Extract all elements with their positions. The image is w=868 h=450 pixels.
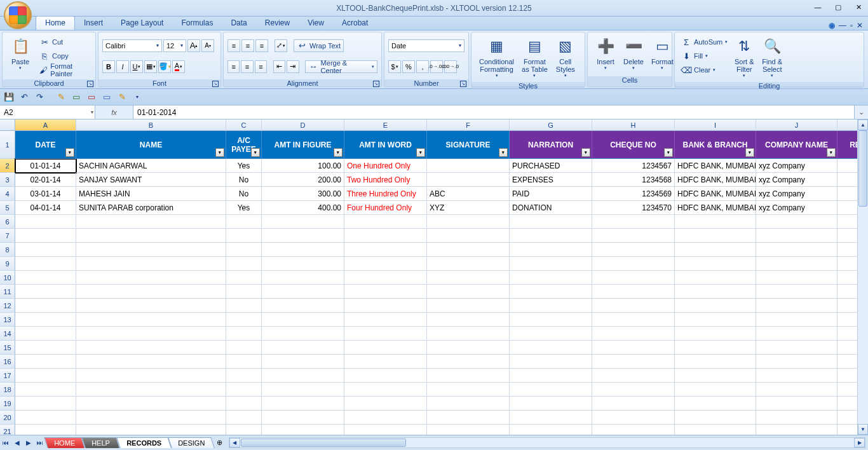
cell[interactable] [262,285,344,299]
sort-filter-button[interactable]: ⇅Sort & Filter▾ [730,35,758,79]
sheet-tab-help[interactable]: HELP [81,437,119,448]
horizontal-scrollbar[interactable]: ◀ ▶ [229,437,865,448]
cell[interactable] [262,229,344,243]
cell[interactable] [756,425,837,435]
cell[interactable] [226,313,262,327]
cell[interactable] [427,215,510,229]
tab-data[interactable]: Data [222,17,255,30]
qat-custom2[interactable]: ▭ [70,91,83,104]
column-header[interactable]: I [675,119,756,131]
cell[interactable] [76,383,226,397]
find-select-button[interactable]: 🔍Find & Select▾ [758,35,786,79]
cell[interactable] [427,383,510,397]
cell[interactable] [675,313,756,327]
filter-button[interactable]: ▾ [745,148,754,157]
maximize-button[interactable]: ▢ [831,1,845,13]
cell[interactable] [344,369,427,383]
cell[interactable] [262,271,344,285]
cell[interactable] [262,257,344,271]
increase-indent-button[interactable]: ⇥ [287,60,299,73]
row-header[interactable]: 7 [0,229,15,243]
cell[interactable] [756,299,837,313]
cell[interactable] [675,215,756,229]
align-center-button[interactable]: ≡ [241,60,253,73]
cell[interactable]: xyz Company [756,173,837,187]
filter-button[interactable]: ▾ [499,148,508,157]
cell[interactable] [756,355,837,369]
cell[interactable]: Yes [226,201,262,215]
cell[interactable] [510,271,592,285]
cell[interactable] [344,257,427,271]
table-header[interactable]: NAME▾ [76,131,226,159]
cell[interactable] [592,397,675,411]
cell[interactable] [592,341,675,355]
cell[interactable] [262,313,344,327]
cell[interactable]: HDFC BANK, MUMBAI [675,187,756,201]
row-header[interactable]: 10 [0,271,15,285]
decrease-indent-button[interactable]: ⇤ [273,60,285,73]
table-header[interactable]: A/C PAYEE▾ [226,131,262,159]
cell[interactable]: Two Hundred Only [344,173,427,187]
cell[interactable] [592,215,675,229]
row-header[interactable]: 14 [0,327,15,341]
cell[interactable] [76,327,226,341]
row-header[interactable]: 8 [0,243,15,257]
cell[interactable]: One Hundred Only [344,159,427,173]
font-color-button[interactable]: A [172,60,185,73]
cell[interactable] [226,341,262,355]
cell[interactable] [262,397,344,411]
cell[interactable] [510,229,592,243]
clear-button[interactable]: ⌫Clear▾ [679,64,730,76]
scroll-right-button[interactable]: ▶ [854,438,865,447]
filter-button[interactable]: ▾ [65,148,74,157]
cell[interactable] [344,285,427,299]
cell[interactable] [344,243,427,257]
cell[interactable] [427,299,510,313]
row-header[interactable]: 4 [0,187,15,201]
cell[interactable] [226,369,262,383]
decrease-decimal-button[interactable]: .00→.0 [444,60,457,73]
cell[interactable] [427,369,510,383]
cell[interactable] [510,411,592,425]
cell[interactable] [226,215,262,229]
filter-button[interactable]: ▾ [215,148,224,157]
cell[interactable] [76,313,226,327]
cell[interactable] [76,425,226,435]
comma-button[interactable]: , [416,60,429,73]
cell[interactable] [675,285,756,299]
cell[interactable] [226,271,262,285]
cell[interactable] [344,271,427,285]
cell[interactable] [262,369,344,383]
format-cells-button[interactable]: ▭Format▾ [648,35,677,72]
cell[interactable] [427,313,510,327]
cell[interactable] [592,299,675,313]
column-header[interactable]: F [427,119,510,131]
cell[interactable] [510,341,592,355]
cell[interactable] [592,271,675,285]
expand-formula-button[interactable]: ⌄ [854,106,868,119]
cell[interactable] [226,257,262,271]
cell[interactable]: HDFC BANK, MUMBAI [675,201,756,215]
cell[interactable] [427,271,510,285]
paste-button[interactable]: 📋Paste▾ [6,35,34,72]
cell[interactable] [76,243,226,257]
cell[interactable]: 400.00 [262,201,344,215]
cell[interactable] [262,299,344,313]
cell[interactable] [427,243,510,257]
number-launcher[interactable]: ↘ [460,81,466,87]
cell[interactable] [592,355,675,369]
scroll-left-button[interactable]: ◀ [229,438,240,447]
tab-formulas[interactable]: Formulas [172,17,222,30]
row-header[interactable]: 12 [0,299,15,313]
cell[interactable] [675,425,756,435]
qat-custom5[interactable]: ✎ [116,91,128,104]
cell[interactable] [262,425,344,435]
clipboard-launcher[interactable]: ↘ [87,81,93,87]
cell[interactable] [226,243,262,257]
cell[interactable] [226,229,262,243]
cell[interactable] [344,383,427,397]
cell[interactable] [675,229,756,243]
cell[interactable] [675,299,756,313]
cell[interactable] [76,229,226,243]
filter-button[interactable]: ▾ [334,148,342,157]
